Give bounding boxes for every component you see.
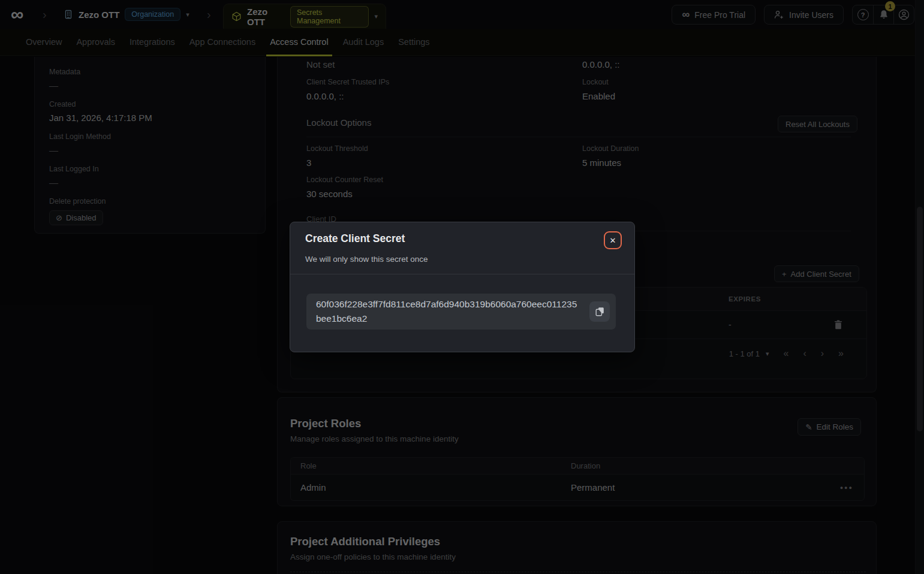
modal-title: Create Client Secret: [305, 232, 405, 245]
app-root: ∞ › Zezo OTT Organization ▾ ›: [0, 0, 924, 574]
modal-subtitle: We will only show this secret once: [305, 255, 428, 264]
client-secret-value-box: 60f036f228e3ff7fd811ce8d7af6d940b319b606…: [306, 294, 616, 330]
modal-divider: [290, 274, 634, 274]
modal-close-button[interactable]: ✕: [604, 231, 622, 249]
copy-icon: [595, 307, 604, 316]
close-icon: ✕: [610, 236, 616, 245]
copy-secret-button[interactable]: [589, 301, 610, 322]
client-secret-value: 60f036f228e3ff7fd811ce8d7af6d940b319b606…: [316, 297, 580, 326]
create-client-secret-modal: Create Client Secret We will only show t…: [290, 222, 635, 352]
